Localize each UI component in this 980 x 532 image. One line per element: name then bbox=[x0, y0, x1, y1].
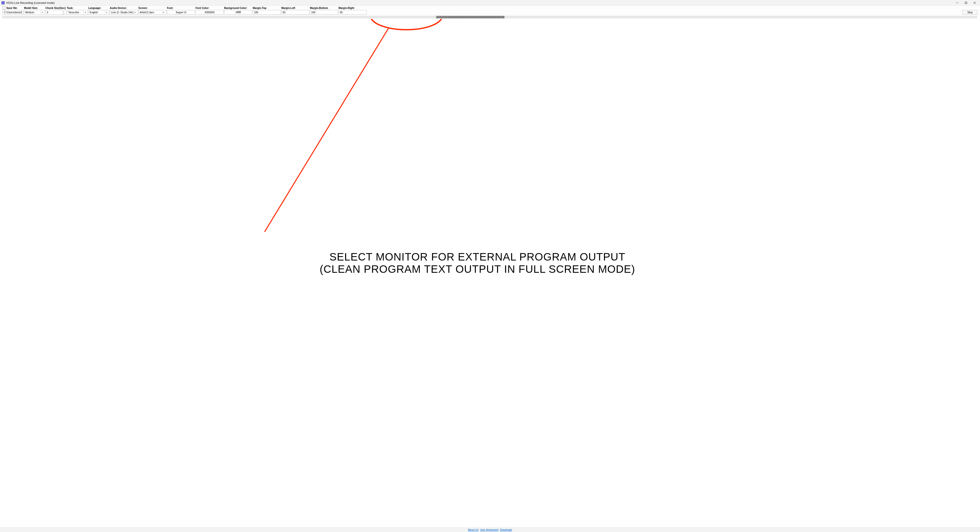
field-margin-right: Margin-Right bbox=[339, 6, 367, 14]
field-margin-left: Margin-Left bbox=[281, 6, 309, 14]
language-label: Language: bbox=[88, 6, 109, 10]
window-title: VOXs Live Recording (Licensed mode) bbox=[6, 1, 55, 4]
field-save-file: Save file: bbox=[3, 6, 24, 14]
field-audio-device: Audio Device: ▾ bbox=[110, 6, 138, 14]
field-language: Language: ▾ bbox=[88, 6, 109, 14]
task-label: Task: bbox=[67, 6, 88, 10]
audio-device-select[interactable]: ▾ bbox=[110, 10, 138, 14]
progress-row bbox=[0, 15, 980, 19]
footer: About Us User Agreement Deactivate bbox=[0, 527, 980, 532]
svg-rect-1 bbox=[965, 2, 967, 3]
margin-top-label: Margin-Top bbox=[253, 6, 281, 10]
chunk-size-label: Chunk Size(Sec): bbox=[45, 6, 66, 10]
margin-left-label: Margin-Left bbox=[281, 6, 309, 10]
bg-color-input[interactable] bbox=[224, 10, 252, 14]
spinner-icon: ▴▾ bbox=[62, 10, 65, 14]
model-size-select[interactable]: ▾ bbox=[24, 10, 45, 14]
margin-right-input[interactable] bbox=[339, 10, 367, 14]
model-size-label: Model Size: bbox=[24, 6, 45, 10]
progress-bar[interactable] bbox=[3, 16, 977, 18]
maximize-icon bbox=[965, 2, 967, 4]
chevron-down-icon: ▾ bbox=[134, 10, 137, 14]
save-file-checkbox[interactable] bbox=[3, 6, 5, 10]
screen-label: Screen: bbox=[138, 6, 166, 10]
field-font: Font: bbox=[167, 6, 195, 14]
annotation-line1: SELECT MONITOR FOR EXTERNAL PROGRAM OUTP… bbox=[320, 251, 635, 263]
stop-button[interactable]: Stop bbox=[963, 10, 977, 14]
field-task: Task: ▾ bbox=[67, 6, 88, 14]
field-font-color: Font Color: bbox=[196, 6, 224, 14]
field-screen: Screen: ▾ bbox=[138, 6, 166, 14]
toolbar: Save file: Model Size: ▾ Chunk Size(Sec)… bbox=[0, 6, 980, 15]
margin-bottom-input[interactable] bbox=[310, 10, 338, 14]
titlebar: VOXs Live Recording (Licensed mode) bbox=[0, 0, 980, 6]
field-margin-bottom: Margin-Bottom bbox=[310, 6, 338, 14]
annotation-line2: (CLEAN PROGRAM TEXT OUTPUT IN FULL SCREE… bbox=[320, 263, 635, 275]
app-window: VOXs Live Recording (Licensed mode) Save… bbox=[0, 0, 980, 532]
chevron-down-icon: ▾ bbox=[162, 10, 165, 14]
language-select[interactable]: ▾ bbox=[88, 10, 109, 14]
progress-marker bbox=[436, 16, 504, 18]
margin-left-input[interactable] bbox=[281, 10, 309, 14]
app-icon bbox=[2, 1, 5, 4]
field-bg-color: Background Color: bbox=[224, 6, 252, 14]
footer-deactivate-link[interactable]: Deactivate bbox=[500, 529, 512, 531]
font-label: Font: bbox=[167, 6, 195, 10]
save-file-label: Save file: bbox=[6, 6, 18, 10]
margin-top-input[interactable] bbox=[253, 10, 281, 14]
svg-line-5 bbox=[265, 28, 389, 232]
font-color-label: Font Color: bbox=[196, 6, 224, 10]
field-model-size: Model Size: ▾ bbox=[24, 6, 45, 14]
task-select[interactable]: ▾ bbox=[67, 10, 88, 14]
audio-device-label: Audio Device: bbox=[110, 6, 138, 10]
bg-color-label: Background Color: bbox=[224, 6, 252, 10]
save-file-input[interactable] bbox=[3, 10, 24, 14]
field-chunk-size: Chunk Size(Sec): ▴▾ bbox=[45, 6, 66, 14]
margin-right-label: Margin-Right bbox=[339, 6, 367, 10]
font-color-input[interactable] bbox=[196, 10, 224, 14]
main-canvas: SELECT MONITOR FOR EXTERNAL PROGRAM OUTP… bbox=[0, 19, 980, 527]
close-button[interactable] bbox=[970, 0, 979, 5]
svg-point-4 bbox=[371, 19, 442, 30]
chevron-down-icon: ▾ bbox=[105, 10, 108, 14]
field-margin-top: Margin-Top bbox=[253, 6, 281, 14]
minimize-button[interactable] bbox=[953, 0, 962, 5]
font-input[interactable] bbox=[167, 10, 195, 14]
chevron-down-icon: ▾ bbox=[83, 10, 86, 14]
chevron-down-icon: ▾ bbox=[41, 10, 44, 14]
screen-select[interactable]: ▾ bbox=[138, 10, 166, 14]
annotation-text: SELECT MONITOR FOR EXTERNAL PROGRAM OUTP… bbox=[320, 251, 635, 275]
maximize-button[interactable] bbox=[962, 0, 970, 5]
footer-about-link[interactable]: About Us bbox=[468, 529, 478, 531]
minimize-icon bbox=[956, 2, 959, 4]
footer-agreement-link[interactable]: User Agreement bbox=[480, 529, 498, 531]
chunk-size-spinner[interactable]: ▴▾ bbox=[45, 10, 66, 14]
margin-bottom-label: Margin-Bottom bbox=[310, 6, 338, 10]
close-icon bbox=[974, 2, 976, 4]
